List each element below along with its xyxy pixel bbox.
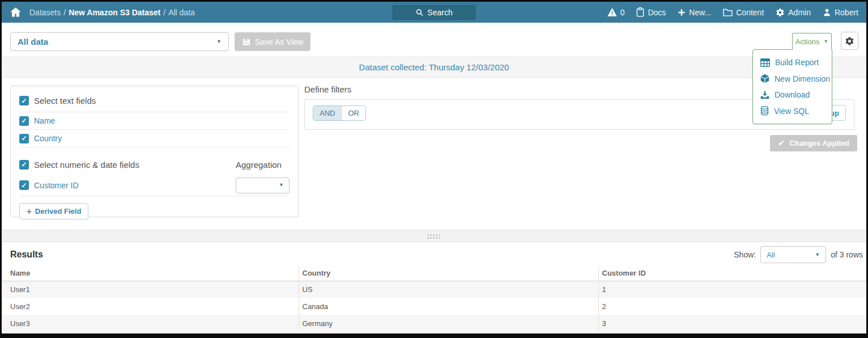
country-field-link[interactable]: Country xyxy=(34,134,62,143)
select-text-fields-checkbox[interactable]: ✓ xyxy=(19,96,29,105)
table-row: User3 Germany 3 xyxy=(2,315,866,332)
customer-id-field-checkbox[interactable]: ✓ xyxy=(19,180,29,190)
plus-icon xyxy=(678,9,686,16)
alerts-count: 0 xyxy=(620,8,625,17)
results-title: Results xyxy=(10,250,43,260)
nav-item-content[interactable]: Content xyxy=(723,8,764,17)
define-filters-title: Define filters xyxy=(304,84,351,94)
dimension-icon xyxy=(760,74,769,83)
caret-down-icon: ▼ xyxy=(216,39,222,44)
derived-field-button[interactable]: + Derived Field xyxy=(19,203,88,219)
home-icon[interactable] xyxy=(10,6,22,18)
column-header-customer-id: Customer ID xyxy=(598,266,866,281)
actions-dropdown-button[interactable]: Actions ▼ xyxy=(792,33,832,50)
caret-down-icon: ▼ xyxy=(823,39,828,44)
field-row-name: ✓ Name xyxy=(19,112,290,130)
download-icon xyxy=(760,91,769,99)
caret-down-icon: ▼ xyxy=(815,252,820,257)
name-field-checkbox[interactable]: ✓ xyxy=(19,116,29,126)
alerts-item[interactable]: 0 xyxy=(607,8,625,17)
app-window: Datasets/New Amazon S3 Dataset/All data … xyxy=(0,0,868,338)
drag-handle-icon[interactable] xyxy=(427,234,441,239)
field-row-country: ✓ Country xyxy=(19,130,290,147)
changes-applied-button[interactable]: ✔ Changes Applied xyxy=(770,135,857,151)
nav-item-new[interactable]: New... xyxy=(678,8,711,17)
name-field-link[interactable]: Name xyxy=(34,116,55,125)
save-as-view-button[interactable]: Save As View xyxy=(235,32,310,51)
results-section: Results Show: All ▼ of 3 rows Name Count… xyxy=(2,247,866,338)
top-navbar: Datasets/New Amazon S3 Dataset/All data … xyxy=(2,2,866,23)
breadcrumb-datasets[interactable]: Datasets xyxy=(29,8,61,17)
results-table: Name Country Customer ID User1 US 1 User… xyxy=(2,266,866,332)
aggregation-select[interactable]: ▼ xyxy=(236,178,290,193)
gear-icon xyxy=(845,36,854,46)
plus-icon: + xyxy=(27,206,32,216)
warning-icon xyxy=(607,8,617,16)
caret-down-icon: ▼ xyxy=(279,183,284,188)
aggregation-column-header: Aggregation xyxy=(236,160,290,170)
text-fields-header: Select text fields xyxy=(34,96,96,105)
or-toggle[interactable]: OR xyxy=(341,106,365,120)
table-header-row: Name Country Customer ID xyxy=(2,266,866,281)
nav-item-docs[interactable]: Docs xyxy=(636,7,666,17)
rows-count-text: of 3 rows xyxy=(831,250,863,259)
menu-item-view-sql[interactable]: View SQL xyxy=(753,103,832,119)
and-toggle[interactable]: AND xyxy=(313,106,341,120)
show-label: Show: xyxy=(734,250,756,259)
breadcrumb-current-view: All data xyxy=(168,8,195,17)
field-selection-panel: ✓ Select text fields ✓ Name ✓ Country ✓ … xyxy=(10,86,299,217)
actions-menu: Build Report New Dimension Download View… xyxy=(752,49,832,124)
navbar-right-group: 0 Docs New... Content Admin Robert xyxy=(607,7,858,17)
breadcrumb-dataset-name[interactable]: New Amazon S3 Dataset xyxy=(69,8,160,17)
search-icon xyxy=(415,9,423,16)
save-icon xyxy=(242,37,251,47)
breadcrumb: Datasets/New Amazon S3 Dataset/All data xyxy=(29,8,195,17)
settings-button[interactable] xyxy=(841,32,858,50)
nav-item-admin[interactable]: Admin xyxy=(776,8,811,17)
text-fields-header-row: ✓ Select text fields xyxy=(19,90,290,112)
menu-item-build-report[interactable]: Build Report xyxy=(753,54,832,70)
view-selector-value: All data xyxy=(18,37,48,47)
view-selector[interactable]: All data ▼ xyxy=(10,32,229,51)
show-rows-value: All xyxy=(767,251,775,259)
nav-item-user[interactable]: Robert xyxy=(823,8,858,17)
report-icon xyxy=(760,58,770,67)
menu-item-new-dimension[interactable]: New Dimension xyxy=(753,70,832,87)
table-row: User2 Canada 2 xyxy=(2,298,866,315)
select-numeric-fields-checkbox[interactable]: ✓ xyxy=(19,160,29,170)
gear-icon xyxy=(776,8,785,17)
menu-item-download[interactable]: Download xyxy=(753,87,832,103)
check-icon: ✔ xyxy=(778,139,784,147)
show-rows-select[interactable]: All ▼ xyxy=(760,246,826,263)
show-rows-control: Show: All ▼ of 3 rows xyxy=(734,246,863,263)
country-field-checkbox[interactable]: ✓ xyxy=(19,134,29,143)
table-row: User1 US 1 xyxy=(2,281,866,298)
search-button[interactable]: Search xyxy=(393,5,476,20)
user-icon xyxy=(823,8,831,17)
panel-splitter xyxy=(2,230,866,242)
view-toolbar: All data ▼ Save As View Actions ▼ xyxy=(2,23,866,57)
folder-icon xyxy=(723,8,733,16)
customer-id-field-link[interactable]: Customer ID xyxy=(34,181,79,190)
numeric-fields-header-row: ✓ Select numeric & date fields Aggregati… xyxy=(19,154,290,175)
numeric-fields-header: Select numeric & date fields xyxy=(34,160,139,170)
dataset-editor: ✓ Select text fields ✓ Name ✓ Country ✓ … xyxy=(2,78,866,230)
docs-icon xyxy=(636,7,644,17)
column-header-country: Country xyxy=(299,266,598,281)
field-row-customer-id: ✓ Customer ID ▼ xyxy=(19,175,290,196)
dataset-collected-banner: Dataset collected: Thursday 12/03/2020 xyxy=(2,57,866,78)
database-icon xyxy=(760,106,769,116)
and-or-toggle: AND OR xyxy=(313,105,366,121)
column-header-name: Name xyxy=(2,266,299,281)
